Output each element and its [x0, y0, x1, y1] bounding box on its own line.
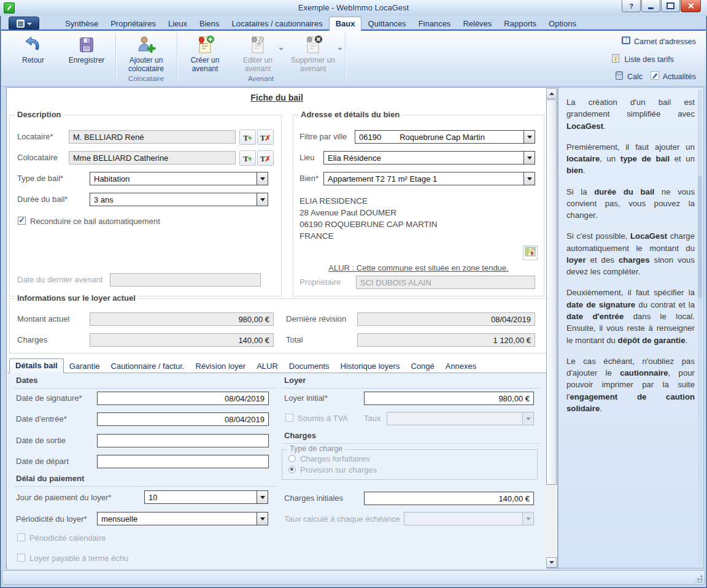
liste-tarifs-button[interactable]: € Liste des tarifs	[611, 53, 674, 65]
tab-baux[interactable]: Baux	[329, 17, 362, 31]
date-sortie-input[interactable]	[97, 434, 269, 447]
scroll-down-button[interactable]	[546, 557, 557, 568]
date-entree-input[interactable]: 08/04/2019	[97, 412, 269, 426]
jour-paiement-select[interactable]: 10	[144, 490, 268, 504]
tab-documents[interactable]: Documents	[284, 360, 335, 373]
tab-finances[interactable]: Finances	[412, 17, 457, 31]
help-paragraph: Si la durée du bail ne vous convient pas…	[566, 186, 695, 222]
minimize-button[interactable]	[641, 0, 660, 12]
tab-garantie[interactable]: Garantie	[64, 360, 106, 373]
tab-annexes[interactable]: Annexes	[440, 360, 482, 373]
help-paragraph: Si c'est possible, LocaGest charge autom…	[566, 230, 695, 277]
chevron-down-icon[interactable]	[257, 491, 268, 503]
tab-synthese[interactable]: Synthèse	[59, 17, 104, 31]
date-entree-label: Date d'entrée*	[16, 414, 67, 424]
loyer-section-header: Loyer	[284, 376, 306, 385]
bien-select[interactable]: Appartement T2 71 m² Etage 1	[323, 172, 535, 185]
app-menu-button[interactable]	[9, 17, 39, 31]
provision-charges-label: Provision sur charges	[300, 465, 377, 474]
group-caption-colocataire: Colocataire	[119, 75, 173, 82]
scrollbar-thumb[interactable]	[546, 99, 557, 485]
tab-revision-loyer[interactable]: Révision loyer	[190, 360, 251, 373]
charges-forfaitaires-radio[interactable]	[288, 455, 296, 462]
tab-locataires[interactable]: Locataires / cautionnaires	[226, 17, 329, 31]
tab-biens[interactable]: Biens	[193, 17, 226, 31]
tab-lieux[interactable]: Lieux	[162, 17, 193, 31]
chevron-down-icon[interactable]	[257, 172, 268, 185]
colocataire-field[interactable]: Mme BELLIARD Catherine	[69, 151, 236, 164]
remove-tenant-icon: T✗	[260, 132, 271, 143]
carnet-adresses-button[interactable]: Carnet d'adresses	[621, 36, 696, 47]
add-locataire-button[interactable]: T+	[239, 130, 256, 145]
chevron-down-icon[interactable]	[523, 172, 535, 185]
locataire-field[interactable]: M. BELLIARD René	[69, 130, 236, 144]
alur-link[interactable]: ALUR : Cette commune est située en zone …	[293, 263, 544, 273]
description-fieldset: Description Locataire* M. BELLIARD René …	[9, 115, 282, 296]
loyer-initial-input[interactable]: 980,00 €	[364, 392, 534, 405]
close-button[interactable]	[681, 0, 701, 12]
tab-historique-loyers[interactable]: Historique loyers	[335, 360, 406, 373]
adresse-fieldset: Adresse et détails du bien Filtre par vi…	[293, 115, 544, 296]
chevron-down-icon[interactable]	[523, 152, 535, 164]
periodicite-select[interactable]: mensuelle	[97, 512, 268, 525]
tab-alur[interactable]: ALUR	[251, 360, 284, 373]
soumis-tva-checkbox[interactable]	[285, 414, 293, 422]
add-person-icon	[136, 34, 156, 56]
duree-bail-select[interactable]: 3 ans	[90, 193, 268, 206]
taux-select	[387, 412, 534, 425]
enregistrer-button[interactable]: Enregistrer	[60, 32, 113, 83]
terme-echu-checkbox[interactable]	[17, 554, 25, 562]
sidebar-scrollbar-thumb[interactable]	[698, 176, 702, 298]
restore-icon	[666, 2, 674, 9]
help-button[interactable]: ?	[622, 0, 641, 12]
tab-options[interactable]: Options	[543, 17, 582, 31]
provision-charges-radio[interactable]	[288, 466, 296, 473]
tab-cautionnaire[interactable]: Cautionnaire / factur.	[106, 360, 190, 373]
reconduire-checkbox[interactable]	[18, 217, 26, 225]
proprietaire-label: Propriétaire	[299, 277, 341, 287]
resize-grip-icon[interactable]	[695, 575, 703, 582]
retour-button[interactable]: Retour	[9, 32, 58, 83]
type-bail-label: Type de bail*	[17, 174, 63, 183]
tab-details-bail[interactable]: Détails bail	[9, 358, 64, 373]
derniere-revision-field: 08/04/2019	[357, 312, 535, 326]
tab-proprietaires[interactable]: Propriétaires	[104, 17, 162, 31]
periodicite-calendaire-checkbox[interactable]	[17, 533, 25, 541]
map-button[interactable]	[523, 246, 538, 260]
tab-conge[interactable]: Congé	[405, 360, 439, 373]
certificate-delete-icon	[303, 34, 323, 56]
remove-colocataire-field-button[interactable]: T✗	[257, 150, 274, 166]
date-signature-label: Date de signature*	[16, 393, 82, 403]
date-depart-input[interactable]	[97, 455, 269, 468]
chevron-down-icon[interactable]	[257, 513, 268, 525]
lieu-label: Lieu	[299, 153, 315, 162]
calc-button[interactable]: Calc	[614, 71, 643, 82]
tab-quittances[interactable]: Quittances	[361, 17, 412, 31]
address-book-icon	[621, 36, 631, 47]
restore-button[interactable]	[661, 0, 680, 12]
help-paragraph: Le cas échéant, n'oubliez pas d'ajouter …	[566, 355, 695, 414]
charges-initiales-label: Charges initiales	[284, 493, 343, 503]
tab-rapports[interactable]: Rapports	[498, 17, 543, 31]
vertical-scrollbar[interactable]	[546, 88, 557, 568]
tab-releves[interactable]: Relèves	[457, 17, 498, 31]
charges-initiales-input[interactable]: 140,00 €	[364, 492, 534, 505]
actualites-button[interactable]: Actualités	[650, 71, 696, 82]
section-divider	[282, 443, 540, 444]
svg-text:€: €	[614, 56, 618, 63]
remove-locataire-button[interactable]: T✗	[257, 130, 274, 145]
add-colocataire-field-button[interactable]: T+	[239, 150, 256, 166]
date-signature-input[interactable]: 08/04/2019	[97, 392, 269, 405]
group-separator	[115, 33, 116, 82]
chevron-down-icon[interactable]	[523, 131, 535, 143]
section-divider	[14, 388, 276, 389]
scroll-up-button[interactable]	[546, 88, 557, 99]
sidebar-scrollbar[interactable]	[698, 90, 702, 566]
charges-section-header: Charges	[284, 431, 316, 440]
charges-forfaitaires-label: Charges forfaitaires	[300, 454, 369, 463]
type-bail-select[interactable]: Habitation	[90, 172, 268, 185]
filtre-ville-select[interactable]: 06190 Roquebrune Cap Martin	[355, 130, 535, 144]
chevron-down-icon[interactable]	[257, 193, 268, 206]
ribbon-button-label: Ajouter un colocataire	[119, 56, 173, 74]
lieu-select[interactable]: Elia Résidence	[323, 151, 535, 164]
